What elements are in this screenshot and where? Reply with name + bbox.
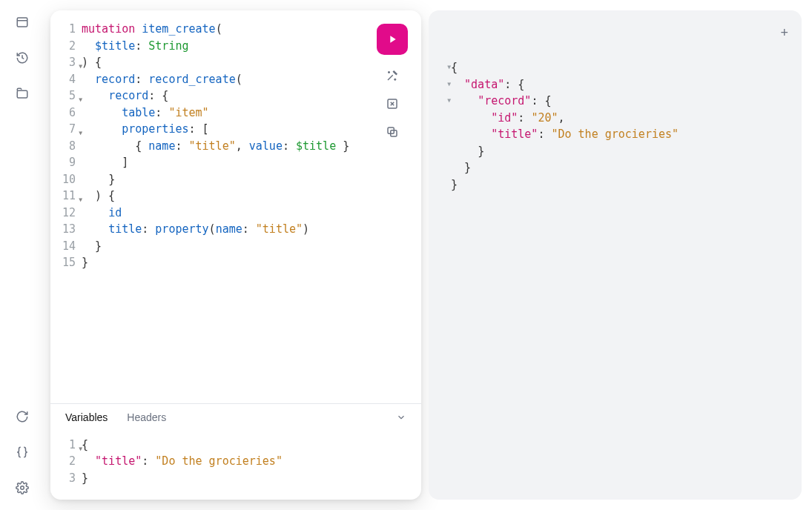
svg-rect-0 [17,18,27,27]
variables-editor[interactable]: 1▼23 { "title": "Do the grocieries"} [50,431,421,500]
settings-icon[interactable] [15,480,30,495]
merge-icon[interactable] [385,96,400,111]
editor-toolbar [377,24,408,139]
magic-wand-icon[interactable] [385,68,400,83]
refresh-icon[interactable] [15,409,30,424]
tab-headers[interactable]: Headers [127,411,166,423]
editor-card: 123▼45▼67▼891011▼12131415 mutation item_… [50,10,421,500]
result-body: { "data": { "record": { "id": "20", "tit… [451,59,679,193]
chevron-down-icon[interactable] [396,412,406,423]
bottom-panel: Variables Headers 1▼23 { "title": "Do th… [50,403,421,500]
main: 123▼45▼67▼891011▼12131415 mutation item_… [44,0,812,510]
run-button[interactable] [377,24,408,55]
result-viewer[interactable]: ▼▼▼ { "data": { "record": { "id": "20", … [438,25,793,193]
query-editor[interactable]: 123▼45▼67▼891011▼12131415 mutation item_… [50,10,421,403]
tab-variables[interactable]: Variables [65,411,108,423]
editor-gutter: 123▼45▼67▼891011▼12131415 [50,21,82,397]
result-gutter: ▼▼▼ [438,59,451,193]
result-panel: + ▼▼▼ { "data": { "record": { "id": "20"… [429,10,802,500]
window-icon[interactable] [15,15,30,30]
variables-gutter: 1▼23 [50,437,82,487]
history-icon[interactable] [15,50,30,65]
svg-rect-2 [17,90,27,98]
copy-icon[interactable] [385,125,400,139]
sidebar [0,0,44,510]
bottom-tabs: Variables Headers [50,404,421,431]
plus-icon[interactable]: + [780,25,788,41]
keyboard-icon[interactable] [15,445,30,460]
variables-body[interactable]: { "title": "Do the grocieries"} [82,437,283,487]
editor-body[interactable]: mutation item_create( $title: String) { … [82,21,349,397]
svg-point-3 [21,486,24,490]
folder-icon[interactable] [15,86,30,101]
